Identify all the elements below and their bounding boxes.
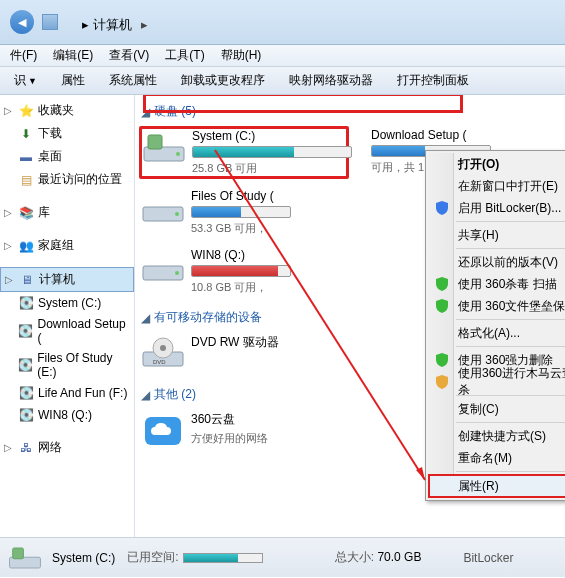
- menu-edit[interactable]: 编辑(E): [45, 45, 101, 66]
- context-menu-separator: [456, 471, 565, 472]
- sidebar-computer: ▷ 🖥 计算机 💽 System (C:) 💽 Download Setup (…: [0, 267, 134, 426]
- recent-icon: ▤: [18, 172, 34, 188]
- computer-icon: [42, 14, 58, 30]
- context-menu-item[interactable]: 启用 BitLocker(B)...: [428, 197, 565, 219]
- collapse-icon[interactable]: ▷: [4, 442, 14, 453]
- sidebar-item-drive-e[interactable]: 💽 Files Of Study (E:): [0, 348, 134, 382]
- drive-tile-dvd[interactable]: DVD DVD RW 驱动器: [139, 332, 289, 374]
- sidebar-item-label: 下载: [38, 125, 62, 142]
- collapse-icon[interactable]: ▷: [4, 240, 14, 251]
- shield-green-icon: [434, 276, 450, 292]
- library-icon: 📚: [18, 205, 34, 221]
- favorites-icon: ⭐: [18, 103, 34, 119]
- sidebar-item-label: 最近访问的位置: [38, 171, 122, 188]
- svg-rect-13: [13, 547, 24, 558]
- drive-icon: [141, 189, 185, 227]
- context-menu-item[interactable]: 使用 360文件堡垒保护: [428, 295, 565, 317]
- context-menu-item[interactable]: 属性(R): [428, 474, 565, 498]
- shield-blue-icon: [434, 200, 450, 216]
- context-menu-item-label: 复制(C): [458, 401, 499, 418]
- collapse-icon[interactable]: ▷: [4, 207, 14, 218]
- toolbar-uninstall[interactable]: 卸载或更改程序: [169, 69, 277, 92]
- toolbar-organize[interactable]: 识▼: [2, 69, 49, 92]
- sidebar-item-drive-d[interactable]: 💽 Download Setup (: [0, 314, 134, 348]
- shield-orange-icon: [434, 374, 450, 390]
- toolbar: 识▼ 属性 系统属性 卸载或更改程序 映射网络驱动器 打开控制面板: [0, 67, 565, 95]
- homegroup-icon: 👥: [18, 238, 34, 254]
- drive-icon: [8, 543, 42, 573]
- drive-icon: 💽: [18, 357, 33, 373]
- svg-point-9: [160, 345, 166, 351]
- collapse-icon[interactable]: ◢: [141, 388, 150, 402]
- menu-tools[interactable]: 工具(T): [157, 45, 212, 66]
- sidebar-item-recent[interactable]: ▤ 最近访问的位置: [0, 168, 134, 191]
- drive-icon: [142, 129, 186, 167]
- collapse-icon[interactable]: ▷: [4, 105, 14, 116]
- homegroup-label[interactable]: 家庭组: [38, 237, 74, 254]
- context-menu-item[interactable]: 使用 360杀毒 扫描: [428, 273, 565, 295]
- nav-back-button[interactable]: ◀: [10, 10, 34, 34]
- download-icon: ⬇: [18, 126, 34, 142]
- context-menu-separator: [456, 346, 565, 347]
- context-menu-item-label: 属性(R): [458, 478, 499, 495]
- context-menu-item-label: 共享(H): [458, 227, 499, 244]
- computer-label[interactable]: 计算机: [39, 271, 75, 288]
- sidebar-item-downloads[interactable]: ⬇ 下载: [0, 122, 134, 145]
- breadcrumb-arrow: ▸: [82, 17, 89, 32]
- status-used-label: 已用空间:: [127, 550, 178, 564]
- status-total-label: 总大小:: [335, 550, 374, 564]
- shield-green-icon: [434, 298, 450, 314]
- shield-green-icon: [434, 352, 450, 368]
- drive-tile-e[interactable]: Files Of Study ( 53.3 GB 可用，: [139, 187, 289, 238]
- sidebar-item-desktop[interactable]: ▬ 桌面: [0, 145, 134, 168]
- favorites-label[interactable]: 收藏夹: [38, 102, 74, 119]
- category-label: 有可移动存储的设备: [154, 309, 262, 326]
- toolbar-map-drive[interactable]: 映射网络驱动器: [277, 69, 385, 92]
- context-menu-item[interactable]: 在新窗口中打开(E): [428, 175, 565, 197]
- address-icons: [42, 14, 58, 30]
- svg-rect-1: [148, 135, 162, 149]
- breadcrumb-computer[interactable]: 计算机: [93, 17, 132, 32]
- collapse-icon[interactable]: ▷: [5, 274, 15, 285]
- context-menu-item[interactable]: 还原以前的版本(V): [428, 251, 565, 273]
- drive-name: WIN8 (Q:): [191, 248, 291, 262]
- sidebar-item-drive-f[interactable]: 💽 Life And Fun (F:): [0, 382, 134, 404]
- toolbar-control-panel[interactable]: 打开控制面板: [385, 69, 481, 92]
- context-menu-item[interactable]: 重命名(M): [428, 447, 565, 469]
- context-menu-item[interactable]: 格式化(A)...: [428, 322, 565, 344]
- drive-tile-q[interactable]: WIN8 (Q:) 10.8 GB 可用，: [139, 246, 289, 297]
- content-pane: ◢ 硬盘 (5) System (C:) 25.8 GB 可用 Download…: [135, 95, 565, 537]
- menu-help[interactable]: 帮助(H): [213, 45, 270, 66]
- menu-view[interactable]: 查看(V): [101, 45, 157, 66]
- toolbar-system-properties[interactable]: 系统属性: [97, 69, 169, 92]
- sidebar-item-label: 桌面: [38, 148, 62, 165]
- breadcrumb-arrow-2[interactable]: ▸: [141, 17, 148, 32]
- navigation-pane: ▷ ⭐ 收藏夹 ⬇ 下载 ▬ 桌面 ▤ 最近访问的位置 ▷ 📚 库: [0, 95, 135, 537]
- sidebar-favorites: ▷ ⭐ 收藏夹 ⬇ 下载 ▬ 桌面 ▤ 最近访问的位置: [0, 99, 134, 191]
- breadcrumb[interactable]: ▸ 计算机 ▸: [82, 16, 148, 34]
- drive-tile-c[interactable]: System (C:) 25.8 GB 可用: [139, 126, 349, 179]
- context-menu-item[interactable]: 复制(C): [428, 398, 565, 420]
- computer-icon: 🖥: [19, 272, 35, 288]
- drive-capacity-bar: [191, 206, 291, 218]
- cloud-desc: 方便好用的网络: [191, 431, 287, 446]
- context-menu-item[interactable]: 共享(H)▸: [428, 224, 565, 246]
- libraries-label[interactable]: 库: [38, 204, 50, 221]
- sidebar-item-drive-c[interactable]: 💽 System (C:): [0, 292, 134, 314]
- context-menu-item[interactable]: 使用360进行木马云查杀: [428, 371, 565, 393]
- menu-file[interactable]: 件(F): [2, 45, 45, 66]
- sidebar-network: ▷ 🖧 网络: [0, 436, 134, 459]
- network-label[interactable]: 网络: [38, 439, 62, 456]
- context-menu-item[interactable]: 创建快捷方式(S): [428, 425, 565, 447]
- drive-icon: [141, 248, 185, 286]
- drive-tile-cloud[interactable]: 360云盘 方便好用的网络: [139, 409, 289, 451]
- cloud-icon: [141, 411, 185, 449]
- collapse-icon[interactable]: ◢: [141, 311, 150, 325]
- sidebar-item-drive-q[interactable]: 💽 WIN8 (Q:): [0, 404, 134, 426]
- drive-stat: 25.8 GB 可用: [192, 161, 352, 176]
- context-menu-item-label: 创建快捷方式(S): [458, 428, 546, 445]
- context-menu-item[interactable]: 打开(O): [428, 153, 565, 175]
- context-menu-item-label: 启用 BitLocker(B)...: [458, 200, 561, 217]
- toolbar-properties[interactable]: 属性: [49, 69, 97, 92]
- drive-name: System (C:): [192, 129, 352, 143]
